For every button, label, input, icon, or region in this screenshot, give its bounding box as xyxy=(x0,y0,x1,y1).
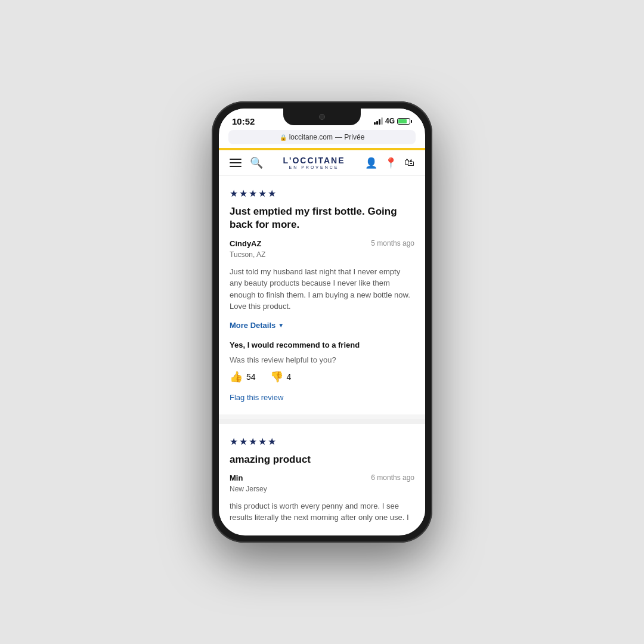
phone-screen: 10:52 4G 🔒 loccitane.com — Privée xyxy=(219,109,425,535)
notch xyxy=(283,109,361,125)
brand-name: L'OCCITANE xyxy=(283,156,345,165)
star-4: ★ xyxy=(258,436,267,447)
thumbs-up-count: 54 xyxy=(246,372,256,382)
nav-left: 🔍 xyxy=(230,156,263,169)
helpful-question: Was this review helpful to you? xyxy=(230,355,414,364)
url-bar[interactable]: 🔒 loccitane.com — Privée xyxy=(228,130,416,144)
url-private-label: — Privée xyxy=(335,133,364,141)
more-details-button[interactable]: More Details ▼ xyxy=(230,321,414,330)
reviewer-1-row: CindyAZ 5 months ago xyxy=(230,239,414,248)
account-icon[interactable]: 👤 xyxy=(365,157,377,169)
navbar: 🔍 L'OCCITANE EN PROVENCE 👤 📍 🛍 xyxy=(219,150,425,176)
star-3: ★ xyxy=(249,188,257,199)
network-type: 4G xyxy=(385,117,395,125)
url-text: loccitane.com xyxy=(289,133,333,141)
brand-logo[interactable]: L'OCCITANE EN PROVENCE xyxy=(283,156,345,169)
cart-icon[interactable]: 🛍 xyxy=(404,157,414,169)
status-time: 10:52 xyxy=(232,116,255,126)
flag-review-link[interactable]: Flag this review xyxy=(230,393,283,402)
reviewer-1-name: CindyAZ xyxy=(230,239,261,248)
camera xyxy=(319,114,325,120)
phone-frame: 10:52 4G 🔒 loccitane.com — Privée xyxy=(212,101,432,543)
lock-icon: 🔒 xyxy=(280,134,287,141)
search-icon[interactable]: 🔍 xyxy=(250,156,263,169)
review-card-1: ★ ★ ★ ★ ★ Just emptied my first bottle. … xyxy=(219,176,425,414)
reviewer-1-location: Tucson, AZ xyxy=(230,250,414,259)
battery-icon xyxy=(397,118,412,125)
star-5: ★ xyxy=(268,436,276,447)
hamburger-menu-button[interactable] xyxy=(230,159,242,167)
review-2-body: this product is worth every penny and mo… xyxy=(230,500,414,522)
reviewer-2-name: Min xyxy=(230,473,243,482)
thumbs-down-count: 4 xyxy=(287,372,292,382)
chevron-down-icon: ▼ xyxy=(278,322,284,329)
reviewer-2-row: Min 6 months ago xyxy=(230,473,414,482)
review-1-title: Just emptied my first bottle. Going back… xyxy=(230,205,414,231)
signal-icon xyxy=(374,117,383,125)
store-locator-icon[interactable]: 📍 xyxy=(385,157,397,169)
recommend-text: Yes, I would recommend to a friend xyxy=(230,340,414,349)
reviewer-2-time: 6 months ago xyxy=(371,473,414,482)
star-3: ★ xyxy=(249,436,257,447)
review-divider xyxy=(219,419,425,424)
nav-right: 👤 📍 🛍 xyxy=(365,157,414,169)
review-1-stars: ★ ★ ★ ★ ★ xyxy=(230,188,414,199)
review-2-stars: ★ ★ ★ ★ ★ xyxy=(230,436,414,447)
thumbs-up-icon: 👍 xyxy=(230,370,243,383)
thumbs-down-button[interactable]: 👎 4 xyxy=(270,370,292,383)
more-details-label: More Details xyxy=(230,321,275,330)
review-2-title: amazing product xyxy=(230,453,414,466)
star-1: ★ xyxy=(230,188,238,199)
thumbs-down-icon: 👎 xyxy=(270,370,283,383)
star-5: ★ xyxy=(268,188,276,199)
status-icons: 4G xyxy=(374,117,412,125)
star-1: ★ xyxy=(230,436,238,447)
brand-sub: EN PROVENCE xyxy=(283,165,345,169)
reviews-content: ★ ★ ★ ★ ★ Just emptied my first bottle. … xyxy=(219,176,425,522)
review-1-body: Just told my husband last night that I n… xyxy=(230,266,414,312)
reviewer-2-location: New Jersey xyxy=(230,485,414,493)
reviewer-1-time: 5 months ago xyxy=(371,239,414,247)
vote-row: 👍 54 👎 4 xyxy=(230,370,414,383)
thumbs-up-button[interactable]: 👍 54 xyxy=(230,370,256,383)
star-2: ★ xyxy=(239,436,247,447)
star-2: ★ xyxy=(239,188,247,199)
review-card-2: ★ ★ ★ ★ ★ amazing product Min 6 months a… xyxy=(219,424,425,522)
star-4: ★ xyxy=(258,188,267,199)
